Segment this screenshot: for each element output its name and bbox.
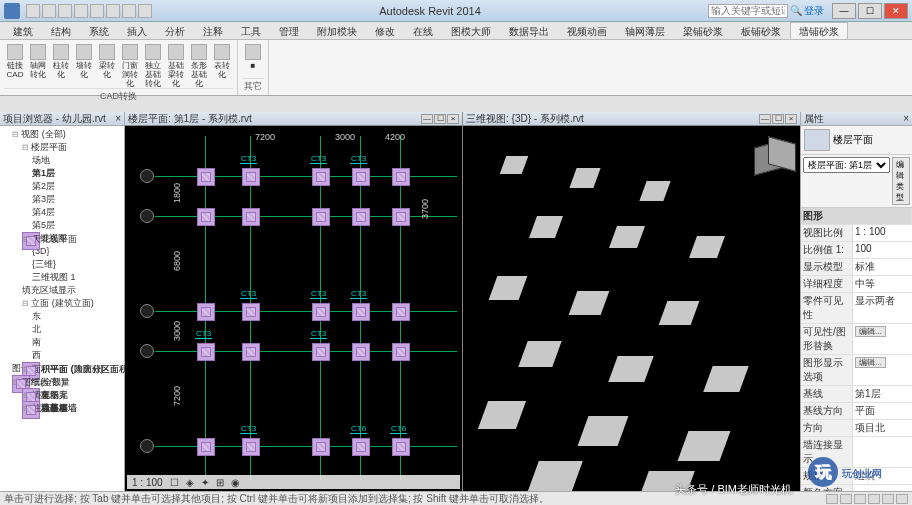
prop-val[interactable]: 中等 — [853, 276, 912, 292]
qat-btn[interactable] — [42, 4, 56, 18]
rbtn-column[interactable]: 柱转化 — [50, 42, 72, 88]
tree-item[interactable]: 第2层 — [32, 180, 122, 193]
prop-val[interactable] — [853, 437, 912, 467]
qat-btn[interactable] — [74, 4, 88, 18]
prop-val[interactable]: 平面 — [853, 403, 912, 419]
tree-floorplans[interactable]: 楼层平面 — [22, 141, 122, 154]
prop-val[interactable]: 1 : 100 — [853, 225, 912, 241]
status-icon[interactable] — [854, 494, 866, 504]
tree-item[interactable]: 第3层 — [32, 193, 122, 206]
vc-icon[interactable]: ✦ — [199, 477, 211, 488]
tree-ceiling[interactable]: 天花板平面 — [22, 232, 40, 250]
prop-val[interactable]: 100 — [853, 242, 912, 258]
tree-item[interactable]: {三维} — [32, 258, 122, 271]
tree-item[interactable]: 填充区域显示 — [22, 284, 122, 297]
qat-btn[interactable] — [106, 4, 120, 18]
rbtn-fnd2[interactable]: 基础梁转化 — [165, 42, 187, 88]
rbtn-linkcad[interactable]: 链接CAD — [4, 42, 26, 88]
tab[interactable]: 系统 — [80, 22, 118, 39]
close-button[interactable]: ✕ — [884, 3, 908, 19]
rbtn-table[interactable]: 表转化 — [211, 42, 233, 88]
browser-tree[interactable]: 视图 (全部) 楼层平面 场地 第1层 第2层 第3层 第4层 第5层 天花板平… — [0, 126, 124, 491]
vc-icon[interactable]: ⊞ — [214, 477, 226, 488]
status-icon[interactable] — [868, 494, 880, 504]
tab-active[interactable]: 墙铺砂浆 — [790, 22, 848, 39]
view-close-icon[interactable]: × — [447, 114, 459, 124]
prop-val[interactable]: 显示两者 — [853, 293, 912, 323]
edit-type-button[interactable]: 编辑类型 — [892, 157, 910, 205]
tab[interactable]: 轴网薄层 — [616, 22, 674, 39]
rbtn-fnd3[interactable]: 条形基础化 — [188, 42, 210, 88]
tab[interactable]: 梁铺砂浆 — [674, 22, 732, 39]
rbtn-grid[interactable]: 轴网转化 — [27, 42, 49, 88]
panel-close-icon[interactable]: × — [903, 113, 909, 124]
tab[interactable]: 建筑 — [4, 22, 42, 39]
login-link[interactable]: 登录 — [804, 4, 824, 18]
tab[interactable]: 注释 — [194, 22, 232, 39]
maximize-button[interactable]: ☐ — [858, 3, 882, 19]
tree-item-active[interactable]: 第1层 — [32, 167, 122, 180]
vc-icon[interactable]: ☐ — [168, 477, 181, 488]
tab[interactable]: 板铺砂浆 — [732, 22, 790, 39]
rbtn-beam[interactable]: 梁转化 — [96, 42, 118, 88]
view-close-icon[interactable]: × — [785, 114, 797, 124]
qat-btn[interactable] — [122, 4, 136, 18]
view-min-icon[interactable]: — — [421, 114, 433, 124]
tree-item[interactable]: 东 — [32, 310, 122, 323]
tab[interactable]: 分析 — [156, 22, 194, 39]
plan-canvas[interactable]: 7200 3000 4200 1800 6800 3000 7200 3700 … — [125, 126, 462, 491]
tree-item[interactable]: 南 — [32, 336, 122, 349]
tree-item[interactable]: 北 — [32, 323, 122, 336]
tab[interactable]: 工具 — [232, 22, 270, 39]
qat-btn[interactable] — [138, 4, 152, 18]
tree-item[interactable]: 柱 — [22, 401, 40, 419]
tree-item[interactable]: 西 — [32, 349, 122, 362]
rbtn-door[interactable]: 门窗洞转化 — [119, 42, 141, 88]
tab[interactable]: 插入 — [118, 22, 156, 39]
view-min-icon[interactable]: — — [759, 114, 771, 124]
qat-btn[interactable] — [90, 4, 104, 18]
tab[interactable]: 图模大师 — [442, 22, 500, 39]
status-icon[interactable] — [826, 494, 838, 504]
minimize-button[interactable]: — — [832, 3, 856, 19]
tree-item[interactable]: {3D} — [32, 245, 122, 258]
search-input[interactable] — [708, 4, 788, 18]
properties-list[interactable]: 图形 视图比例1 : 100 比例值 1:100 显示模型标准 详细程度中等 零… — [801, 208, 912, 491]
qat-btn[interactable] — [58, 4, 72, 18]
instance-selector[interactable]: 楼层平面: 第1层 — [803, 157, 890, 173]
panel-close-icon[interactable]: × — [115, 113, 121, 124]
rbtn-other[interactable]: ■ — [242, 42, 264, 78]
tree-item[interactable]: 三维视图 1 — [32, 271, 122, 284]
tab[interactable]: 结构 — [42, 22, 80, 39]
3d-canvas[interactable] — [463, 126, 800, 491]
rbtn-wall[interactable]: 墙转化 — [73, 42, 95, 88]
qat-btn[interactable] — [26, 4, 40, 18]
prop-val[interactable]: 第1层 — [853, 386, 912, 402]
tree-root[interactable]: 视图 (全部) — [12, 128, 122, 141]
rbtn-fnd1[interactable]: 独立基础转化 — [142, 42, 164, 88]
status-icon[interactable] — [840, 494, 852, 504]
view-max-icon[interactable]: ☐ — [434, 114, 446, 124]
vc-icon[interactable]: ◉ — [229, 477, 242, 488]
tab[interactable]: 在线 — [404, 22, 442, 39]
prop-val[interactable]: 建筑 — [853, 468, 912, 484]
tab[interactable]: 数据导出 — [500, 22, 558, 39]
scale-display[interactable]: 1 : 100 — [130, 477, 165, 488]
type-selector[interactable]: 楼层平面 — [801, 126, 912, 155]
tree-item[interactable]: 场地 — [32, 154, 122, 167]
edit-button[interactable]: 编辑... — [855, 357, 886, 368]
status-icon[interactable] — [882, 494, 894, 504]
tab[interactable]: 管理 — [270, 22, 308, 39]
tab[interactable]: 修改 — [366, 22, 404, 39]
prop-val[interactable]: 标准 — [853, 259, 912, 275]
tree-item[interactable]: 第4层 — [32, 206, 122, 219]
search-icon[interactable]: 🔍 — [790, 5, 802, 16]
vc-icon[interactable]: ◈ — [184, 477, 196, 488]
tree-elev[interactable]: 立面 (建筑立面) — [22, 297, 122, 310]
edit-button[interactable]: 编辑... — [855, 326, 886, 337]
tab[interactable]: 视频动画 — [558, 22, 616, 39]
status-icon[interactable] — [896, 494, 908, 504]
tab[interactable]: 附加模块 — [308, 22, 366, 39]
prop-val[interactable]: 项目北 — [853, 420, 912, 436]
view-max-icon[interactable]: ☐ — [772, 114, 784, 124]
